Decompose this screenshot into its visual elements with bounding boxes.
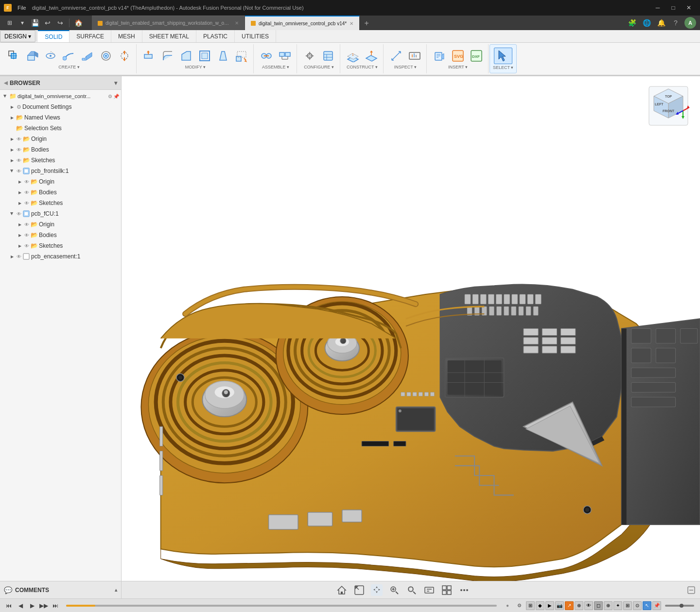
animate-button[interactable]: ▶	[545, 601, 554, 610]
visibility-button[interactable]: 👁	[584, 601, 593, 610]
tree-arrow-bodies1[interactable]: ▶	[9, 146, 16, 153]
timeline-thumb[interactable]	[66, 605, 95, 607]
joint-button[interactable]	[258, 48, 275, 64]
rib-button[interactable]	[97, 48, 115, 64]
tree-item-sketches2[interactable]: ▶ 👁 📂 Sketches	[0, 198, 121, 208]
tree-arrow-bodies2[interactable]: ▶	[17, 189, 23, 196]
comments-expand-button[interactable]: ▴	[115, 587, 117, 593]
timeline[interactable]	[66, 605, 497, 607]
tree-arrow-sketches3[interactable]: ▶	[17, 242, 23, 249]
viewport[interactable]: TOP FRONT LEFT	[122, 76, 700, 581]
select-button[interactable]	[494, 48, 512, 64]
tree-item-namedviews[interactable]: ▶ 📂 Named Views	[0, 112, 121, 123]
extensions-icon[interactable]: 🧩	[626, 17, 638, 29]
tree-item-docsettings[interactable]: ▶ ⚙ Document Settings	[0, 102, 121, 112]
tree-arrow-pcbfrontsilk[interactable]: ▶	[9, 168, 16, 174]
collapse-panel-button[interactable]	[684, 583, 698, 597]
construct-plane-button[interactable]	[363, 48, 380, 64]
nav-cube[interactable]: TOP FRONT LEFT	[647, 84, 690, 128]
tree-arrow-origin1[interactable]: ▶	[9, 136, 16, 142]
tree-eye-bodies3[interactable]: 👁	[23, 232, 30, 238]
play-button[interactable]: ▶	[27, 601, 37, 611]
tab-solid[interactable]: SOLID	[38, 30, 70, 42]
prev-frame-button[interactable]: ◀	[16, 601, 25, 611]
scale-button[interactable]	[233, 48, 250, 64]
close-button[interactable]: ✕	[682, 3, 696, 13]
save-icon[interactable]: 💾	[29, 17, 41, 29]
next-keyframe-button[interactable]: ⏭	[51, 601, 60, 611]
tree-item-bodies1[interactable]: ▶ 👁 📂 Bodies	[0, 144, 121, 155]
zoom-window-button[interactable]	[406, 584, 418, 596]
tree-item-pcbencasement[interactable]: ▶ 👁 pcb_encasement:1	[0, 251, 121, 262]
tree-arrow-namedviews[interactable]: ▶	[9, 114, 16, 121]
insert-dxf-button[interactable]: DXF	[468, 48, 485, 64]
redo-icon[interactable]: ↪	[54, 17, 66, 29]
keyframe-button[interactable]: ◆	[536, 601, 544, 610]
tree-item-origin1[interactable]: ▶ 👁 📂 Origin	[0, 134, 121, 144]
globe-icon[interactable]: 🌐	[641, 17, 652, 29]
tree-item-bodies3[interactable]: ▶ 👁 📂 Bodies	[0, 230, 121, 240]
tree-item-sketches3[interactable]: ▶ 👁 📂 Sketches	[0, 240, 121, 251]
pin-button[interactable]: 📌	[652, 601, 661, 610]
rigid-group-button[interactable]	[276, 48, 294, 64]
tree-eye-sketches3[interactable]: 👁	[23, 242, 30, 249]
export-button[interactable]: ↗	[565, 601, 574, 610]
next-frame-button[interactable]: ▶▶	[39, 601, 49, 611]
tab-sheet-metal[interactable]: SHEET METAL	[142, 30, 196, 42]
material-button[interactable]: ◻	[594, 601, 603, 610]
chamfer-button[interactable]	[177, 48, 195, 64]
draft-button[interactable]	[214, 48, 232, 64]
configure-btn2[interactable]	[319, 48, 337, 64]
more-settings-button[interactable]	[458, 584, 470, 596]
tab1-close[interactable]: ✕	[235, 20, 239, 26]
tab2-close[interactable]: ✕	[350, 21, 353, 26]
tree-eye-sketches2[interactable]: 👁	[23, 200, 30, 206]
grid-settings-button[interactable]	[441, 584, 453, 596]
prev-keyframe-button[interactable]: ⏮	[4, 601, 14, 611]
undo-icon[interactable]: ↩	[42, 17, 53, 29]
maximize-button[interactable]: □	[666, 3, 681, 13]
joint-timeline-button[interactable]: ⊙	[633, 601, 642, 610]
tree-item-sketches1[interactable]: ▶ 👁 📂 Sketches	[0, 155, 121, 166]
tree-item-root[interactable]: ▶ 📁 digital_twin_omniverse_contr... ⚙ 📌	[0, 91, 121, 102]
new-component-button[interactable]	[5, 48, 22, 64]
tree-eye-sketches1[interactable]: 👁	[16, 157, 22, 164]
tab-mesh[interactable]: MESH	[111, 30, 142, 42]
file-menu[interactable]: ▾	[17, 17, 28, 29]
inspect-btn2[interactable]	[406, 48, 423, 64]
comments-section[interactable]: 💬 COMMENTS ▴	[0, 581, 122, 598]
insert-svg-button[interactable]: SVG	[449, 48, 467, 64]
settings-timeline-button[interactable]: ⚙	[514, 601, 524, 611]
tree-arrow-origin3[interactable]: ▶	[17, 221, 23, 228]
tree-item-pcbfrontsilk[interactable]: ▶ 👁 pcb_frontsilk:1	[0, 166, 121, 176]
tree-arrow-bodies3[interactable]: ▶	[17, 232, 23, 238]
design-dropdown-button[interactable]: DESIGN ▾	[0, 30, 35, 42]
tab-plastic[interactable]: PLASTIC	[196, 30, 235, 42]
zoom-button[interactable]	[388, 584, 400, 596]
snap-button[interactable]: ⊞	[623, 601, 632, 610]
tree-item-selectionsets[interactable]: ▶ 📂 Selection Sets	[0, 123, 121, 134]
press-pull-button[interactable]	[140, 48, 158, 64]
tree-eye-pcbfcu[interactable]: 👁	[16, 210, 22, 217]
tree-arrow-root[interactable]: ▶	[2, 93, 9, 100]
tree-item-bodies2[interactable]: ▶ 👁 📂 Bodies	[0, 187, 121, 198]
tree-item-pcbfcu[interactable]: ▶ 👁 pcb_fCU:1	[0, 208, 121, 219]
configure-btn1[interactable]	[301, 48, 318, 64]
tab-2[interactable]: digital_twin_omniverse_control_pcb v14* …	[245, 16, 360, 30]
tree-settings-root[interactable]: ⚙	[108, 94, 112, 99]
sweep-button[interactable]	[60, 48, 78, 64]
camera-button[interactable]: 📷	[555, 601, 564, 610]
browser-collapse-left[interactable]: ◀	[4, 80, 8, 85]
insert-mcmaster-button[interactable]	[431, 48, 448, 64]
tree-arrow-pcbfcu[interactable]: ▶	[9, 210, 16, 217]
home-view-button[interactable]	[336, 584, 348, 596]
tree-arrow-sketches2[interactable]: ▶	[17, 200, 23, 206]
tab-1[interactable]: digital_twin_enabled_smart_shipping_work…	[92, 16, 245, 30]
position-indicator[interactable]	[680, 604, 683, 608]
tree-arrow-docsettings[interactable]: ▶	[9, 103, 16, 110]
tree-eye-origin1[interactable]: 👁	[16, 136, 22, 142]
tab-utilities[interactable]: UTILITIES	[235, 30, 276, 42]
tree-item-origin3[interactable]: ▶ 👁 📂 Origin	[0, 219, 121, 230]
browser-collapse-right[interactable]: ▾	[114, 80, 117, 86]
display-settings-button[interactable]	[423, 584, 435, 596]
